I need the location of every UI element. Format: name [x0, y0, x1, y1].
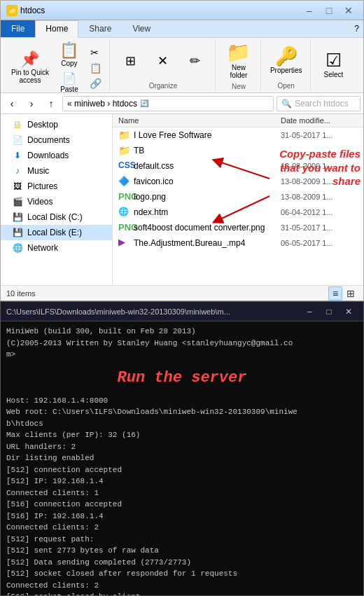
- terminal-line: Connected clients: 1: [6, 487, 358, 499]
- select-icon: ☑: [326, 51, 342, 69]
- sidebar-item-local-c[interactable]: 💾 Local Disk (C:): [1, 209, 112, 225]
- tab-home[interactable]: Home: [35, 20, 78, 38]
- help-button[interactable]: ?: [350, 20, 363, 37]
- sidebar-item-label: Local Disk (E:): [27, 228, 82, 237]
- file-date: 31-05-2017 1...: [281, 131, 358, 139]
- terminal-line: [512] connection accepted: [6, 464, 358, 476]
- copy-icon: 📋: [59, 43, 78, 58]
- copy-button[interactable]: 📋 Copy: [54, 41, 85, 69]
- terminal-maximize-button[interactable]: □: [320, 305, 338, 319]
- terminal-line: [516] IP: 192.168.1.4: [6, 511, 358, 522]
- videos-icon: 🎬: [12, 196, 23, 207]
- file-date: 06-04-2012 1...: [281, 208, 358, 216]
- sidebar-item-downloads[interactable]: ⬇ Downloads: [1, 148, 112, 163]
- search-bar[interactable]: 🔍 Search htdocs: [276, 96, 360, 111]
- folder-icon: 📁: [118, 145, 130, 156]
- new-folder-button[interactable]: 📁 Newfolder: [221, 41, 256, 81]
- tab-file[interactable]: File: [1, 20, 35, 37]
- sidebar-item-label: Pictures: [27, 181, 57, 191]
- sidebar-item-pictures[interactable]: 🖼 Pictures: [1, 179, 112, 194]
- select-button[interactable]: ☑ Select: [316, 49, 351, 81]
- folder-icon: 📁: [6, 5, 18, 16]
- back-button[interactable]: ‹: [4, 95, 20, 112]
- up-button[interactable]: ↑: [43, 95, 59, 112]
- paste-button[interactable]: 📄 Paste: [54, 71, 85, 95]
- terminal-minimize-button[interactable]: –: [300, 305, 318, 319]
- terminal-line: [512] IP: 192.168.1.4: [6, 476, 358, 487]
- move-to-button[interactable]: ⊞: [115, 53, 146, 69]
- table-row[interactable]: PNG soft4boost document converter.png 31…: [113, 220, 363, 235]
- search-placeholder: Search htdocs: [295, 99, 349, 109]
- copy-label: Copy: [61, 60, 77, 67]
- ico-icon: 🔷: [118, 176, 130, 187]
- new-group: 📁 Newfolder New: [217, 39, 261, 91]
- clipboard-group: 📌 Pin to Quickaccess 📋 Copy 📄 P: [4, 39, 110, 91]
- css-icon: CSS: [118, 160, 130, 172]
- paste-shortcut-button[interactable]: 🔗: [86, 76, 105, 90]
- sidebar: 🖥 Desktop 📄 Documents ⬇ Downloads ♪ Musi…: [1, 114, 113, 285]
- sidebar-item-documents[interactable]: 📄 Documents: [1, 132, 112, 148]
- new-buttons: 📁 Newfolder: [221, 41, 256, 81]
- sidebar-item-music[interactable]: ♪ Music: [1, 163, 112, 179]
- file-name: default.css: [134, 161, 276, 171]
- file-date: 06-05-2017 1...: [281, 239, 358, 247]
- file-date: 13-08-2009 1...: [281, 193, 358, 201]
- open-group: 🔑 Properties Open: [262, 39, 311, 91]
- table-row[interactable]: 📁 I Love Free Software 31-05-2017 1...: [113, 127, 363, 143]
- title-bar: 📁 htdocs – □ ✕: [1, 1, 363, 20]
- file-name: The.Adjustment.Bureau_.mp4: [134, 238, 276, 248]
- breadcrumb[interactable]: « miniweb › htdocs 🔄: [62, 96, 274, 111]
- cut-button[interactable]: ✂: [86, 46, 103, 60]
- forward-button[interactable]: ›: [23, 95, 40, 112]
- paste-shortcut-icon: 🔗: [90, 78, 102, 88]
- local-c-icon: 💾: [12, 212, 23, 223]
- file-name: logo.png: [134, 192, 276, 202]
- table-row[interactable]: ▶ The.Adjustment.Bureau_.mp4 06-05-2017 …: [113, 235, 363, 251]
- table-row[interactable]: 🌐 ndex.htm 06-04-2012 1...: [113, 205, 363, 220]
- tab-share[interactable]: Share: [78, 20, 122, 37]
- maximize-button[interactable]: □: [320, 4, 338, 18]
- copy-path-button[interactable]: 📋: [86, 61, 105, 75]
- new-folder-icon: 📁: [226, 43, 251, 62]
- details-view-button[interactable]: ≡: [328, 286, 342, 300]
- png2-icon: PNG: [118, 222, 130, 233]
- sidebar-item-label: Desktop: [27, 120, 58, 130]
- col-name-header: Name: [118, 116, 281, 125]
- select-label: Select: [324, 71, 344, 78]
- delete-button[interactable]: ✕: [148, 53, 178, 69]
- sidebar-item-label: Videos: [27, 197, 52, 207]
- tab-view[interactable]: View: [122, 20, 161, 37]
- sidebar-item-videos[interactable]: 🎬 Videos: [1, 194, 112, 209]
- terminal-line: URL handlers: 2: [6, 441, 358, 453]
- sidebar-item-local-e[interactable]: 💾 Local Disk (E:): [1, 225, 112, 240]
- terminal-line: Run the server: [6, 363, 358, 392]
- col-date-header: Date modifie...: [281, 116, 358, 125]
- terminal-line: Dir listing enabled: [6, 452, 358, 464]
- terminal-line: MiniWeb (build 300, built on Feb 28 2013…: [6, 326, 358, 338]
- file-name: ndex.htm: [134, 207, 276, 217]
- minimize-button[interactable]: –: [300, 4, 318, 18]
- title-bar-left: 📁 htdocs: [6, 5, 45, 16]
- table-row[interactable]: PNG logo.png 13-08-2009 1...: [113, 189, 363, 205]
- breadcrumb-text: « miniweb › htdocs: [67, 99, 137, 109]
- rename-button[interactable]: ✏: [180, 53, 211, 69]
- delete-icon: ✕: [158, 55, 168, 67]
- terminal-line: [512] socket closed after responded for …: [6, 568, 358, 580]
- sidebar-item-desktop[interactable]: 🖥 Desktop: [1, 117, 112, 132]
- terminal-body[interactable]: MiniWeb (build 300, built on Feb 28 2013…: [1, 321, 363, 595]
- new-folder-label: Newfolder: [230, 64, 247, 79]
- properties-button[interactable]: 🔑 Properties: [267, 45, 306, 76]
- large-icons-view-button[interactable]: ⊞: [344, 286, 358, 300]
- title-controls: – □ ✕: [300, 4, 358, 18]
- sidebar-item-network[interactable]: 🌐 Network: [1, 240, 112, 256]
- pin-label: Pin to Quickaccess: [11, 69, 49, 84]
- search-icon: 🔍: [281, 99, 292, 109]
- pin-quickaccess-button[interactable]: 📌 Pin to Quickaccess: [8, 50, 52, 86]
- close-button[interactable]: ✕: [340, 4, 358, 18]
- sidebar-item-label: Downloads: [27, 151, 69, 160]
- terminal-line: [516] connection accepted: [6, 499, 358, 511]
- ribbon: File Home Share View ? 📌 Pin to Quickacc…: [1, 20, 363, 93]
- terminal-close-button[interactable]: ✕: [340, 305, 358, 319]
- terminal-line: [516] socket closed by client: [6, 591, 358, 595]
- refresh-icon[interactable]: 🔄: [140, 99, 148, 107]
